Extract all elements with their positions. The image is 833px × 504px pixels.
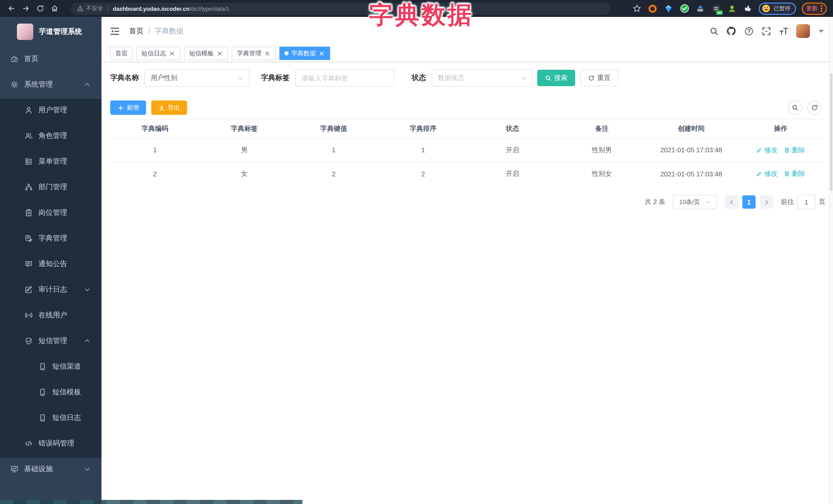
dashboard-icon	[10, 55, 19, 63]
browser-profile-chip[interactable]: 已暂停	[759, 2, 796, 15]
close-icon[interactable]	[216, 50, 223, 57]
page-content: 字典名称 用户性别 字典标签 状态 数据状态 搜索	[101, 62, 833, 504]
dict-data-table: 字典编码 字典标签 字典键值 字典排序 状态 备注 创建时间 操作 1 男 1 …	[110, 119, 825, 186]
arrow-left-icon	[7, 5, 15, 12]
close-icon[interactable]	[318, 50, 325, 57]
delete-link[interactable]: 删除	[784, 145, 805, 154]
chevron-down-icon	[521, 75, 526, 81]
address-bar[interactable]: 不安全 dashboard.yudao.iocoder.cn /dict/typ…	[71, 2, 610, 15]
help-icon[interactable]	[744, 26, 754, 36]
browser-menu-kebab-icon[interactable]	[821, 4, 822, 13]
github-icon[interactable]	[727, 26, 736, 36]
page-size-select[interactable]: 10条/页	[673, 195, 717, 209]
toggle-search-button[interactable]	[788, 100, 802, 115]
sidebar-item-system-mgmt[interactable]: 系统管理	[0, 72, 101, 97]
extension-gem-icon[interactable]	[663, 3, 673, 14]
browser-back-button[interactable]	[5, 2, 18, 15]
extension-orange-icon[interactable]	[647, 3, 658, 14]
browser-home-button[interactable]	[48, 2, 61, 15]
sidebar-item-sms-channel[interactable]: 短信渠道	[0, 354, 101, 379]
table-header-row: 字典编码 字典标签 字典键值 字典排序 状态 备注 创建时间 操作	[110, 119, 825, 139]
orange-ring-icon	[648, 4, 657, 13]
stack-icon	[696, 4, 705, 13]
sidebar-logo-row[interactable]: 芋道管理系统	[0, 17, 101, 46]
arrow-right-icon	[22, 5, 29, 12]
navbar-right	[709, 24, 824, 38]
tab-home[interactable]: 首页	[110, 47, 133, 60]
fullscreen-icon[interactable]	[761, 26, 771, 36]
browser-reload-button[interactable]	[34, 2, 46, 15]
sidebar-item-sms-log[interactable]: 短信日志	[0, 405, 101, 431]
breadcrumb-home[interactable]: 首页	[129, 26, 144, 35]
tab-dict-mgmt[interactable]: 字典管理	[232, 47, 276, 60]
phone-icon	[39, 414, 47, 422]
extension-stack-icon[interactable]	[695, 3, 705, 14]
extension-avatar-icon[interactable]	[727, 3, 737, 14]
scrollbar-thumb[interactable]	[830, 73, 832, 191]
site-security[interactable]: 不安全	[77, 5, 103, 12]
app-sidebar: 芋道管理系统 首页 系统管理 用户管理 角色管理	[0, 17, 101, 504]
search-button[interactable]: 搜索	[537, 70, 575, 86]
sidebar-item-sms-template[interactable]: 短信模板	[0, 379, 101, 405]
pagination-goto: 前往 页	[781, 195, 825, 209]
tab-dict-data[interactable]: 字典数据	[279, 47, 330, 60]
sidebar-item-audit-log[interactable]: 审计日志	[0, 277, 101, 303]
sidebar-collapse-button[interactable]	[110, 26, 120, 36]
close-icon[interactable]	[264, 50, 271, 57]
sidebar-item-sms-mgmt[interactable]: 短信管理	[0, 328, 101, 354]
add-button[interactable]: 新增	[110, 100, 146, 115]
user-icon	[25, 106, 33, 114]
extension-adguard-icon[interactable]	[679, 3, 689, 14]
puzzle-icon	[743, 4, 753, 13]
extensions-puzzle-icon[interactable]	[743, 3, 753, 14]
sidebar-item-user-mgmt[interactable]: 用户管理	[0, 97, 101, 123]
close-icon[interactable]	[169, 50, 175, 57]
page-number-1[interactable]: 1	[742, 195, 756, 209]
profile-status-label: 已暂停	[774, 5, 790, 12]
status-select[interactable]: 数据状态	[432, 69, 532, 87]
search-icon[interactable]	[709, 26, 719, 36]
refresh-button[interactable]	[807, 100, 822, 115]
next-page-button[interactable]	[760, 195, 773, 209]
prev-page-button[interactable]	[725, 195, 738, 209]
goto-page-input[interactable]	[797, 195, 815, 209]
plus-icon	[117, 104, 124, 111]
sidebar-item-infrastructure[interactable]: 基础设施	[0, 456, 101, 482]
tab-sms-log[interactable]: 短信日志	[136, 47, 181, 60]
refresh-icon	[811, 104, 818, 111]
sidebar-item-post-mgmt[interactable]: 岗位管理	[0, 200, 101, 225]
page-scrollbar[interactable]	[829, 17, 833, 504]
sidebar-item-dict-mgmt[interactable]: 字典管理	[0, 225, 101, 251]
export-button[interactable]: 导出	[151, 100, 187, 115]
green-check-icon	[680, 4, 689, 13]
broadcast-icon	[25, 311, 33, 319]
user-avatar[interactable]	[796, 24, 810, 38]
browser-update-button[interactable]: 更新	[802, 2, 827, 15]
edit-link[interactable]: 修改	[756, 169, 778, 178]
sidebar-item-menu-mgmt[interactable]: 菜单管理	[0, 149, 101, 174]
edit-link[interactable]: 修改	[756, 145, 778, 154]
sidebar-item-online-users[interactable]: 在线用户	[0, 303, 101, 328]
tab-sms-template[interactable]: 短信模板	[184, 47, 228, 60]
reset-button[interactable]: 重置	[580, 70, 618, 86]
extension-tampermonkey-icon[interactable]: on	[711, 3, 721, 14]
dict-name-label: 字典名称	[110, 73, 139, 82]
sidebar-item-dept-mgmt[interactable]: 部门管理	[0, 174, 101, 200]
phone-icon	[39, 388, 47, 396]
reload-icon	[36, 5, 44, 12]
trash-icon	[784, 171, 790, 177]
delete-link[interactable]: 删除	[784, 169, 805, 178]
sidebar-item-home[interactable]: 首页	[0, 46, 101, 72]
update-label: 更新	[806, 5, 818, 12]
bookmark-star-icon[interactable]	[632, 3, 642, 14]
dict-label-input[interactable]	[295, 69, 394, 87]
browser-forward-button[interactable]	[20, 2, 32, 15]
sidebar-item-role-mgmt[interactable]: 角色管理	[0, 123, 101, 149]
sidebar-item-notice[interactable]: 通知公告	[0, 251, 101, 277]
col-dict-code: 字典编码	[110, 119, 200, 139]
font-size-icon[interactable]	[779, 26, 788, 36]
sidebar-item-error-code[interactable]: 错误码管理	[0, 431, 101, 456]
chevron-down-icon	[84, 287, 90, 293]
dict-name-select[interactable]: 用户性别	[145, 69, 249, 87]
avatar-dropdown-caret-icon[interactable]	[819, 29, 824, 32]
